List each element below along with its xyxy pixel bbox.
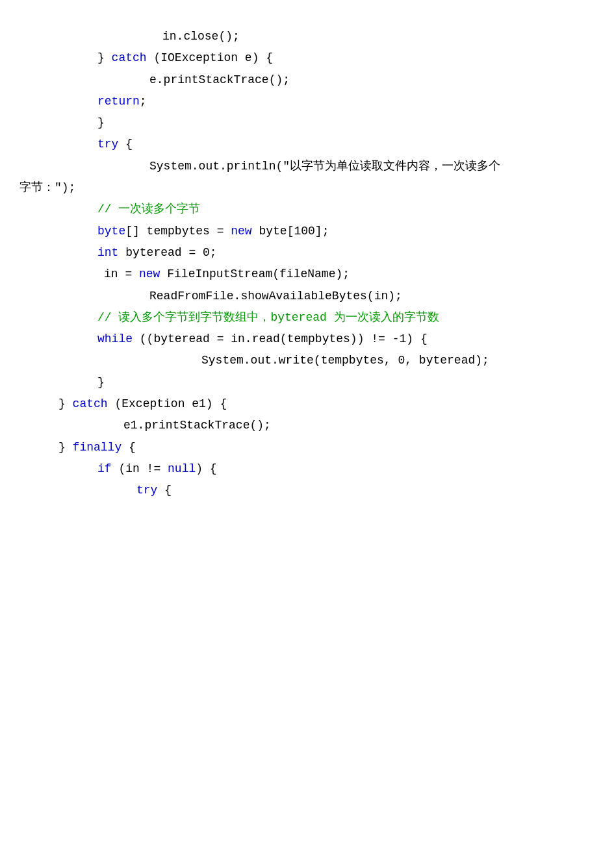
code-line-2: } catch (IOException e) { <box>19 47 595 69</box>
code-line-12: in = new FileInputStream(fileName); <box>19 264 595 285</box>
code-line-11: int byteread = 0; <box>19 242 595 264</box>
code-line-22: try { <box>19 480 595 501</box>
code-line-14: // 读入多个字节到字节数组中，byteread 为一次读入的字节数 <box>19 307 595 329</box>
code-line-16: System.out.write(tempbytes, 0, byteread)… <box>19 350 595 371</box>
code-line-18: } catch (Exception e1) { <box>19 393 595 415</box>
code-line-15: while ((byteread = in.read(tempbytes)) !… <box>19 329 595 350</box>
code-line-10: byte[] tempbytes = new byte[100]; <box>19 221 595 242</box>
code-line-21: if (in != null) { <box>19 458 595 480</box>
code-line-19: e1.printStackTrace(); <box>19 415 595 436</box>
code-line-17: } <box>19 372 595 393</box>
code-line-4: return; <box>19 91 595 112</box>
code-line-6: try { <box>19 134 595 155</box>
code-line-5: } <box>19 112 595 134</box>
page: in.close(); } catch (IOException e) { e.… <box>0 0 614 868</box>
code-line-9: // 一次读多个字节 <box>19 199 595 220</box>
code-block: in.close(); } catch (IOException e) { e.… <box>0 26 614 502</box>
code-line-1: in.close(); <box>19 26 595 47</box>
code-line-3: e.printStackTrace(); <box>19 69 595 91</box>
code-line-20: } finally { <box>19 437 595 458</box>
code-line-8: 字节："); <box>19 177 595 199</box>
code-line-13: ReadFromFile.showAvailableBytes(in); <box>19 286 595 307</box>
code-line-7: System.out.println("以字节为单位读取文件内容，一次读多个 <box>19 156 595 177</box>
